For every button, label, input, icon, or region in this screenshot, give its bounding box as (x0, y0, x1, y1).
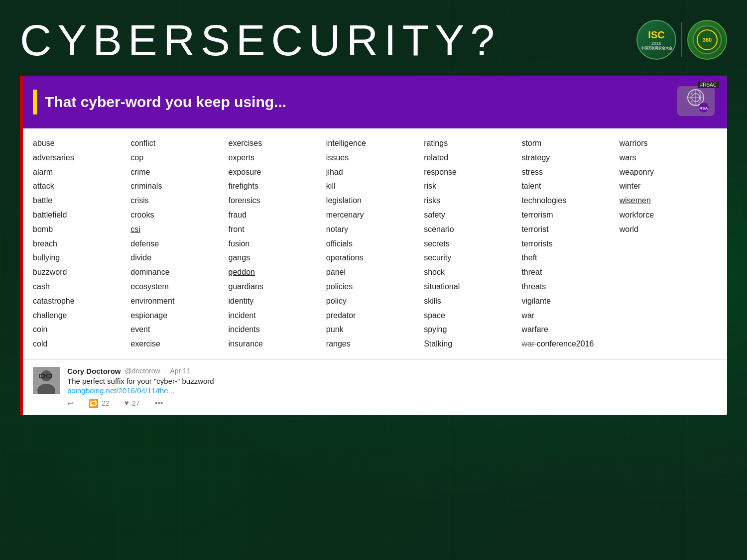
word-item: terrorists (521, 238, 619, 250)
word-item: csi (130, 224, 228, 236)
word-item: strategy (521, 152, 619, 164)
word-column-4: ratingsrelatedresponseriskriskssafetysce… (424, 137, 521, 350)
isc-year: 2016 (651, 41, 661, 46)
word-item: terrorism (521, 209, 619, 222)
word-item: weaponry (620, 166, 717, 179)
word-item: security (424, 252, 521, 264)
word-item: risk (424, 180, 521, 193)
tweet-link[interactable]: boingboing.net/2016/04/11/the... (67, 386, 717, 395)
logo-360: 360 (687, 20, 727, 60)
word-item: catastrophe (33, 295, 130, 308)
word-item: cop (130, 152, 228, 164)
word-column-3: intelligenceissuesjihadkilllegislationme… (326, 137, 424, 350)
tweet-reply-action[interactable]: ↩ (67, 399, 74, 408)
word-item: crisis (130, 195, 228, 207)
word-item: operations (326, 252, 424, 264)
logo-360-svg: 360 (692, 25, 722, 55)
logos-area: ISC 2016 中国互联网安全大会 360 (636, 20, 727, 60)
word-item: policies (326, 281, 424, 293)
word-item: spying (424, 324, 521, 336)
word-item: challenge (33, 310, 130, 322)
word-item: warriors (620, 137, 717, 150)
word-item: panel (326, 266, 424, 279)
tweet-actions: ↩ 🔁 22 ♥ 27 ••• (67, 399, 717, 408)
page-header: CYBERSECURITY? ISC 2016 中国互联网安全大会 360 (20, 15, 727, 66)
heart-count: 27 (132, 399, 140, 407)
word-item: incidents (229, 324, 326, 336)
word-item: crime (130, 166, 228, 179)
tweet-content: Cory Doctorow @doctorow · Apr 11 The per… (67, 367, 717, 408)
word-item: ecosystem (130, 281, 228, 293)
word-item: insurance (229, 338, 326, 350)
word-item: dominance (130, 266, 228, 279)
word-item: punk (326, 324, 424, 336)
heart-icon: ♥ (124, 399, 129, 408)
word-item: kill (326, 180, 424, 193)
tweet-heart-action[interactable]: ♥ 27 (124, 399, 140, 408)
word-item: conflict (130, 137, 228, 150)
word-item: notary (326, 224, 424, 236)
tweet-author: Cory Doctorow (67, 367, 121, 375)
word-item: gangs (229, 252, 326, 264)
isc-subtitle: 中国互联网安全大会 (641, 46, 672, 51)
avatar (33, 367, 60, 394)
word-item: fusion (229, 238, 326, 250)
word-item: warfare (521, 324, 619, 336)
word-item: identity (229, 295, 326, 308)
retweet-count: 22 (102, 399, 110, 407)
word-item: stress (521, 166, 619, 179)
tweet-author-line: Cory Doctorow @doctorow · Apr 11 (67, 367, 717, 375)
yellow-bar (33, 90, 37, 114)
tweet-section: Cory Doctorow @doctorow · Apr 11 The per… (23, 359, 727, 415)
word-item: crooks (130, 209, 228, 222)
card-header-title: That cyber-word you keep using... (45, 94, 286, 111)
word-item: attack (33, 180, 130, 193)
isc-logo: ISC 2016 中国互联网安全大会 (636, 20, 676, 60)
word-item: war·conference2016 (521, 338, 619, 350)
word-item: exercise (130, 338, 228, 350)
word-item: bomb (33, 224, 130, 236)
word-item: breach (33, 238, 130, 250)
word-item: fraud (229, 209, 326, 222)
word-item: ranges (326, 338, 424, 350)
word-item: predator (326, 310, 424, 322)
logo-divider (681, 22, 682, 57)
card-header: That cyber-word you keep using... #RSAC (23, 76, 727, 128)
word-item: risks (424, 195, 521, 207)
word-item: threat (521, 266, 619, 279)
word-item: world (620, 224, 717, 236)
word-item: winter (620, 180, 717, 193)
word-item: jihad (326, 166, 424, 179)
word-item: theft (521, 252, 619, 264)
word-item: intelligence (326, 137, 424, 150)
word-item: bullying (33, 252, 130, 264)
rsac-logo-svg: RSA (675, 84, 717, 118)
word-item: battlefield (33, 209, 130, 222)
word-item: wisemen (620, 195, 717, 207)
retweet-icon: 🔁 (89, 399, 99, 408)
tweet-text: The perfect suffix for your "cyber-" buz… (67, 377, 717, 385)
word-item: scenario (424, 224, 521, 236)
word-item: war (521, 310, 619, 322)
word-item: alarm (33, 166, 130, 179)
word-item: mercenary (326, 209, 424, 222)
word-item: espionage (130, 310, 228, 322)
word-item: space (424, 310, 521, 322)
word-item: policy (326, 295, 424, 308)
page-title: CYBERSECURITY? (20, 15, 500, 66)
tweet-retweet-action[interactable]: 🔁 22 (89, 399, 110, 408)
main-card: That cyber-word you keep using... #RSAC (20, 76, 727, 415)
word-item: shock (424, 266, 521, 279)
tweet-more-action[interactable]: ••• (155, 399, 163, 408)
word-grid: abuseadversariesalarmattackbattlebattlef… (23, 128, 727, 359)
rsac-badge: #RSAC (698, 82, 719, 88)
word-item: technologies (521, 195, 619, 207)
word-item: response (424, 166, 521, 179)
word-item: cold (33, 338, 130, 350)
word-item: Stalking (424, 338, 521, 350)
word-item: skills (424, 295, 521, 308)
word-item: buzzword (33, 266, 130, 279)
word-item: talent (521, 180, 619, 193)
more-icon: ••• (155, 399, 163, 408)
word-item: front (229, 224, 326, 236)
